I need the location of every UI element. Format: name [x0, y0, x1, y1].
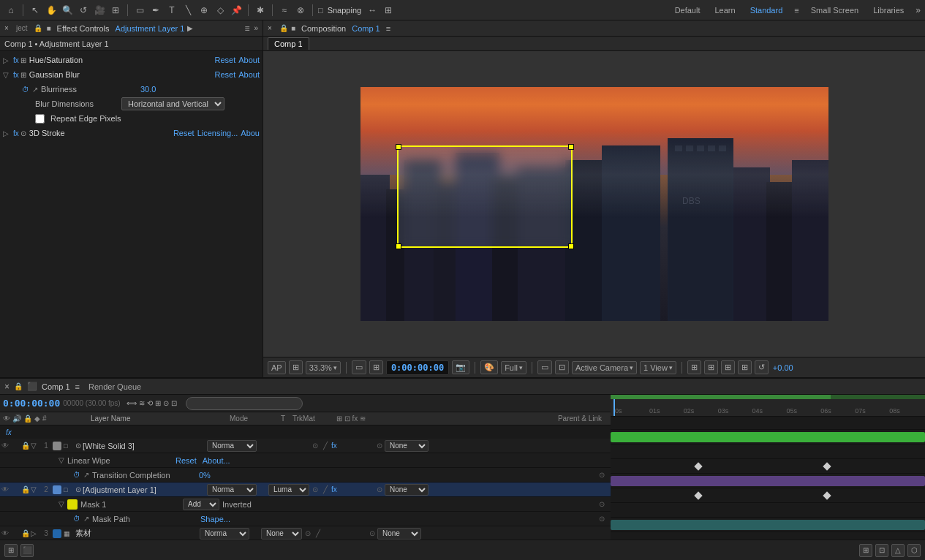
layer2-collapse-icon[interactable]: ▽	[31, 485, 39, 493]
trans-comp-kf2[interactable]	[823, 462, 831, 470]
trans-comp-value[interactable]: 0%	[199, 471, 211, 480]
layer2-collapse-switches[interactable]: ╱	[321, 485, 330, 494]
mask1-kf-start[interactable]	[694, 491, 702, 499]
blurriness-stopwatch[interactable]: ⏱	[22, 86, 29, 94]
workspace-default[interactable]: Default	[672, 4, 703, 16]
grid-btn[interactable]: ⊞	[704, 360, 718, 374]
layer1-mode-select[interactable]: NormaAddScreen	[207, 440, 257, 452]
repeat-edge-checkbox[interactable]	[35, 114, 45, 124]
3d-stroke-about-btn[interactable]: Abou	[241, 129, 260, 137]
quality-dropdown[interactable]: Full	[501, 361, 526, 374]
layer2-lock-icon[interactable]: 🔒	[20, 485, 31, 493]
layer1-collapse-switches[interactable]: ╱	[321, 442, 330, 450]
3d-stroke-reset-btn[interactable]: Reset	[173, 129, 195, 137]
timeline-timecode[interactable]: 0:00:00:00	[3, 398, 60, 409]
workspace-menu-icon[interactable]: ≡	[794, 6, 798, 15]
layer3-parent-select[interactable]: None	[377, 528, 421, 540]
gaussian-blur-about-btn[interactable]: About	[238, 70, 260, 79]
blur-dimensions-dropdown[interactable]: Horizontal and Vertical Horizontal Verti…	[121, 97, 224, 110]
shape-tool[interactable]: ◇	[214, 4, 227, 17]
select-tool[interactable]: ↖	[29, 4, 42, 17]
camera-tool[interactable]: 🎥	[93, 4, 106, 17]
hue-sat-about-btn[interactable]: About	[238, 56, 260, 64]
panel-close-button[interactable]: ×	[4, 24, 13, 33]
workspace-small-screen[interactable]: Small Screen	[808, 4, 861, 16]
render-queue-btn[interactable]: Render Queue	[84, 381, 146, 393]
snapshot-btn[interactable]: 📷	[452, 360, 469, 374]
zoom-dropdown[interactable]: 33.3%	[306, 361, 341, 374]
mask-path-stopwatch[interactable]: ⏱	[73, 515, 80, 523]
rotate-tool[interactable]: ↺	[77, 4, 90, 17]
mask-handle-bl[interactable]	[396, 243, 401, 249]
pin-tool[interactable]: 📌	[230, 4, 243, 17]
layer3-solo-icon[interactable]: ⊙	[303, 529, 312, 538]
snap-to-frames-icon[interactable]: ⟺	[127, 399, 137, 407]
new-comp-btn[interactable]: ⊞	[4, 544, 18, 557]
mask-handle-tl[interactable]	[396, 144, 401, 150]
panel-info-icon[interactable]: ■	[47, 24, 51, 32]
layer2-trkmat-select[interactable]: LumaNone	[268, 484, 309, 496]
comp-tab-comp1[interactable]: Comp 1	[268, 37, 309, 50]
mask1-color-swatch[interactable]	[67, 499, 78, 510]
fast-preview-btn[interactable]: ▭	[537, 360, 552, 374]
brush-tool[interactable]: ╲	[181, 4, 195, 17]
time-display[interactable]: 0:00:00:00	[386, 360, 449, 375]
layer1-lock-icon[interactable]: 🔒	[20, 442, 31, 450]
color-channels-btn[interactable]: 🎨	[480, 360, 498, 374]
motion-sketch-tool[interactable]: ≈	[278, 4, 291, 17]
layer3-mode-select[interactable]: Norma	[200, 528, 249, 540]
layer3-vis-icon[interactable]: 👁	[0, 529, 10, 537]
align-tool[interactable]: ⊞	[382, 4, 395, 17]
trans-comp-stopwatch[interactable]: ⏱	[73, 471, 80, 479]
more-options-icon[interactable]: ⊙	[163, 399, 169, 407]
3d-stroke-toggle[interactable]: ▷	[3, 129, 13, 137]
layer3-name[interactable]: 素材	[75, 528, 200, 539]
pen-tool[interactable]: ✒	[149, 4, 162, 17]
mask-handle-tr[interactable]	[568, 144, 574, 150]
layer3-lock-icon[interactable]: 🔒	[20, 529, 31, 537]
workspace-standard[interactable]: Standard	[747, 4, 786, 16]
hue-sat-toggle[interactable]: ▷	[3, 56, 13, 64]
zoom-tool[interactable]: 🔍	[61, 4, 74, 17]
hand-tool[interactable]: ✋	[45, 4, 58, 17]
transparency-grid-btn[interactable]: ⊞	[289, 360, 303, 374]
linear-wipe-reset-btn[interactable]: Reset	[175, 456, 197, 465]
always-preview-btn[interactable]: AP	[268, 361, 286, 374]
layer1-solo-icon[interactable]: ⊙	[311, 442, 320, 450]
draft-3d-icon[interactable]: ⊡	[171, 399, 177, 407]
timeline-menu-icon[interactable]: ≡	[75, 382, 80, 391]
trans-comp-kf1[interactable]	[694, 462, 702, 470]
layer1-vis-icon[interactable]: 👁	[0, 442, 10, 450]
timeline-lock-icon[interactable]: 🔒	[14, 382, 23, 390]
hue-sat-enabled[interactable]: fx	[13, 56, 19, 64]
transparency-toggle-btn[interactable]: ⊡	[555, 360, 569, 374]
mask1-kf-end[interactable]	[823, 491, 831, 499]
comp-menu-icon[interactable]: ≡	[386, 24, 390, 33]
new-solid-btn[interactable]: ⬛	[20, 544, 34, 557]
comp-panel-close[interactable]: ×	[268, 24, 276, 33]
toggle-chart-editor[interactable]: ⊞	[155, 399, 161, 407]
toggle-motion-blur[interactable]: ≋	[139, 399, 145, 407]
puppet-tool[interactable]: ✱	[254, 4, 267, 17]
gaussian-blur-reset-btn[interactable]: Reset	[215, 70, 236, 79]
layer2-vis-icon[interactable]: 👁	[0, 485, 10, 493]
layer3-collapse-switches[interactable]: ╱	[314, 529, 322, 538]
3d-stroke-enabled[interactable]: fx	[13, 129, 19, 137]
mask1-blend-select[interactable]: AddSubtractIntersect	[183, 499, 219, 510]
workspace-learn[interactable]: Learn	[711, 4, 738, 16]
layer3-collapse-icon[interactable]: ▷	[31, 529, 39, 537]
linear-wipe-about-btn[interactable]: About...	[203, 456, 230, 465]
layer2-solo-icon[interactable]: ⊙	[311, 485, 320, 494]
transform-tool[interactable]: ⊞	[109, 4, 122, 17]
panel-menu-icon[interactable]: ≡	[244, 23, 249, 34]
title-safe-btn[interactable]: ⊞	[738, 360, 752, 374]
panel-chevron-icon[interactable]: »	[254, 24, 258, 32]
proportional-grid-btn[interactable]: ⊞	[721, 360, 735, 374]
orientation-tool[interactable]: ⊗	[294, 4, 307, 17]
text-tool[interactable]: T	[165, 4, 178, 17]
anchor-tool[interactable]: ⊕	[197, 4, 211, 17]
ruler-btn[interactable]: ⊞	[687, 360, 701, 374]
active-camera-dropdown[interactable]: Active Camera	[572, 361, 637, 374]
mask-path-value[interactable]: Shape...	[200, 515, 230, 523]
snap-options[interactable]: ↔	[366, 4, 379, 17]
